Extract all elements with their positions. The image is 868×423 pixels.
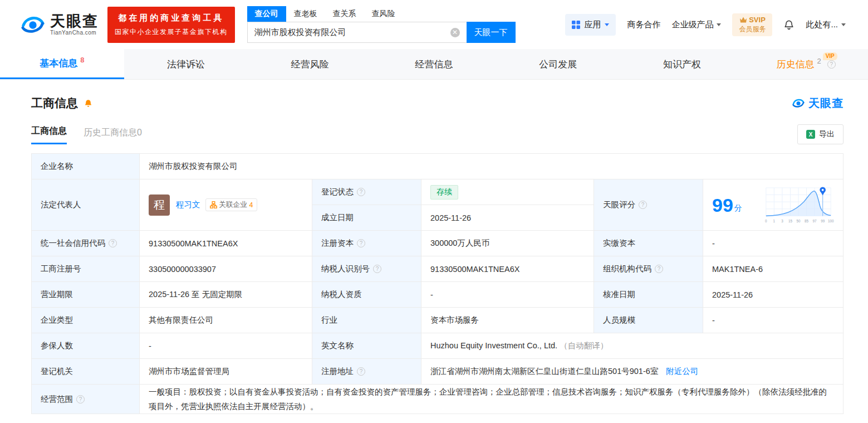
clear-search-icon[interactable]: ✕ xyxy=(450,28,460,37)
excel-icon: X xyxy=(806,130,815,139)
svg-text:1: 1 xyxy=(773,219,776,223)
help-icon[interactable]: ? xyxy=(357,188,365,196)
svip-label: SVIP xyxy=(749,16,766,24)
export-button[interactable]: X 导出 xyxy=(797,124,844,144)
reg-capital-value: 300000万人民币 xyxy=(421,231,594,256)
business-scope-value: 一般项目：股权投资；以自有资金从事投资活动；自有资金投资的资产管理服务；企业管理… xyxy=(140,385,844,414)
eye-logo-icon xyxy=(20,12,46,37)
establish-date-value: 2025-11-26 xyxy=(421,205,594,231)
help-icon[interactable]: ? xyxy=(357,239,365,247)
legal-rep-link[interactable]: 程习文 xyxy=(176,200,200,210)
main-content: 工商信息 天眼查 工商信息 历史工商信息0 X 导出 xyxy=(0,80,868,414)
table-row: 经营范围 ? 一般项目：股权投资；以自有资金从事投资活动；自有资金投资的资产管理… xyxy=(32,385,844,414)
english-name-cell: Huzhou Equity Investment Co., Ltd. （自动翻译… xyxy=(421,333,844,359)
search-input[interactable] xyxy=(247,22,467,43)
svg-text:50: 50 xyxy=(796,219,801,223)
insured-count-label: 参保人数 xyxy=(32,333,140,359)
business-cooperation-link[interactable]: 商务合作 xyxy=(627,20,660,30)
taxpayer-quality-value: - xyxy=(421,282,594,308)
chevron-down-icon xyxy=(717,23,721,26)
help-icon[interactable]: ? xyxy=(639,201,647,209)
search-tab-company[interactable]: 查公司 xyxy=(247,6,286,22)
nearby-companies-link[interactable]: 附近公司 xyxy=(666,367,698,376)
related-count: 4 xyxy=(249,201,253,209)
business-term-value: 2025-11-26 至 无固定期限 xyxy=(140,282,312,308)
reg-status-label-cell: 登记状态 ? xyxy=(312,179,421,205)
reg-capital-label-cell: 注册资本 ? xyxy=(312,231,421,256)
staff-size-value: - xyxy=(703,308,844,333)
company-type-value: 其他有限责任公司 xyxy=(140,308,312,333)
user-menu-dropdown[interactable]: 此处有... xyxy=(806,20,846,30)
taxpayer-id-label: 纳税人识别号 xyxy=(321,264,370,274)
svg-text:99: 99 xyxy=(821,219,825,223)
score-pin-icon xyxy=(820,187,826,195)
enterprise-products-label: 企业级产品 xyxy=(671,20,713,30)
help-icon[interactable]: ? xyxy=(357,367,365,376)
crown-icon xyxy=(739,17,747,23)
bell-icon xyxy=(84,98,93,108)
svg-text:0: 0 xyxy=(765,219,767,223)
tab-history-info[interactable]: VIP 历史信息 2 ? xyxy=(744,49,868,79)
english-name-label: 英文名称 xyxy=(312,333,421,359)
table-row: 营业期限 2025-11-26 至 无固定期限 纳税人资质 - 核准日期 202… xyxy=(32,282,844,308)
related-companies-badge[interactable]: 关联企业 4 xyxy=(205,198,258,211)
tab-label: 经营信息 xyxy=(415,58,453,71)
apps-label: 应用 xyxy=(584,20,601,30)
industry-label: 行业 xyxy=(312,308,421,333)
business-scope-label: 经营范围 xyxy=(41,394,73,405)
search-tab-boss[interactable]: 查老板 xyxy=(286,6,325,22)
help-icon[interactable]: ? xyxy=(655,265,663,273)
tianyancha-logo[interactable]: 天眼查 TianYanCha.com xyxy=(20,12,99,37)
apps-grid-icon xyxy=(572,21,580,29)
enterprise-products-dropdown[interactable]: 企业级产品 xyxy=(671,20,721,30)
legal-rep-label: 法定代表人 xyxy=(32,179,140,231)
table-row: 登记机关 湖州市市场监督管理局 注册地址 ? 浙江省湖州市湖州南太湖新区仁皇山街… xyxy=(32,359,844,385)
table-row: 企业类型 其他有限责任公司 行业 资本市场服务 人员规模 - xyxy=(32,308,844,333)
tianyancha-watermark: 天眼查 xyxy=(792,96,844,111)
help-icon[interactable]: ? xyxy=(76,395,85,403)
company-nav-tabs: 基本信息 8 法律诉讼 经营风险 经营信息 公司发展 知识产权 VIP 历史信息… xyxy=(0,49,868,80)
tab-basic-info[interactable]: 基本信息 8 xyxy=(0,49,124,79)
tab-intellectual-property[interactable]: 知识产权 xyxy=(620,49,744,79)
reg-status-cell: 存续 xyxy=(421,179,594,205)
search-button[interactable]: 天眼一下 xyxy=(467,22,516,43)
subtab-history-info[interactable]: 历史工商信息0 xyxy=(84,127,142,144)
svg-text:97: 97 xyxy=(813,219,817,223)
taxpayer-quality-label: 纳税人资质 xyxy=(312,282,421,308)
svip-service-label: 会员服务 xyxy=(739,25,766,34)
org-code-label-cell: 组织机构代码 ? xyxy=(594,256,703,282)
svip-member-button[interactable]: SVIP 会员服务 xyxy=(732,13,772,36)
export-label: 导出 xyxy=(819,129,835,139)
tab-business-info[interactable]: 经营信息 xyxy=(372,49,496,79)
subtab-row: 工商信息 历史工商信息0 X 导出 xyxy=(31,124,844,144)
tab-label: 经营风险 xyxy=(291,58,329,71)
help-icon[interactable]: ? xyxy=(827,60,836,69)
tab-legal-proceedings[interactable]: 法律诉讼 xyxy=(124,49,248,79)
tab-operational-risk[interactable]: 经营风险 xyxy=(248,49,372,79)
business-info-table: 企业名称 湖州市股权投资有限公司 法定代表人 程 程习文 xyxy=(31,153,844,414)
help-icon[interactable]: ? xyxy=(109,239,117,247)
search-tab-relation[interactable]: 查关系 xyxy=(325,6,364,22)
bell-icon xyxy=(783,18,795,31)
tab-count: 8 xyxy=(80,56,84,64)
related-label: 关联企业 xyxy=(219,200,247,210)
reg-status-label: 登记状态 xyxy=(321,187,354,197)
table-row: 企业名称 湖州市股权投资有限公司 xyxy=(32,154,844,179)
apps-button[interactable]: 应用 xyxy=(565,14,616,36)
avatar[interactable]: 程 xyxy=(149,195,170,216)
approval-date-label: 核准日期 xyxy=(594,282,703,308)
notifications-button[interactable] xyxy=(783,18,795,31)
subscribe-bell-icon[interactable] xyxy=(84,98,93,108)
search-tab-risk[interactable]: 查风险 xyxy=(364,6,403,22)
tab-label: 法律诉讼 xyxy=(167,58,205,71)
promo-line2: 国家中小企业发展子基金旗下机构 xyxy=(115,27,228,37)
status-badge: 存续 xyxy=(430,185,458,200)
table-row: 参保人数 - 英文名称 Huzhou Equity Investment Co.… xyxy=(32,333,844,359)
score-cell: 99 分 xyxy=(703,179,844,231)
search-tabs: 查公司 查老板 查关系 查风险 xyxy=(247,6,516,22)
tab-company-development[interactable]: 公司发展 xyxy=(496,49,620,79)
subtab-current-info[interactable]: 工商信息 xyxy=(31,125,67,144)
help-icon[interactable]: ? xyxy=(373,265,381,273)
tab-label: 知识产权 xyxy=(663,58,701,71)
top-header: 天眼查 TianYanCha.com 都在用的商业查询工具 国家中小企业发展子基… xyxy=(0,0,868,49)
